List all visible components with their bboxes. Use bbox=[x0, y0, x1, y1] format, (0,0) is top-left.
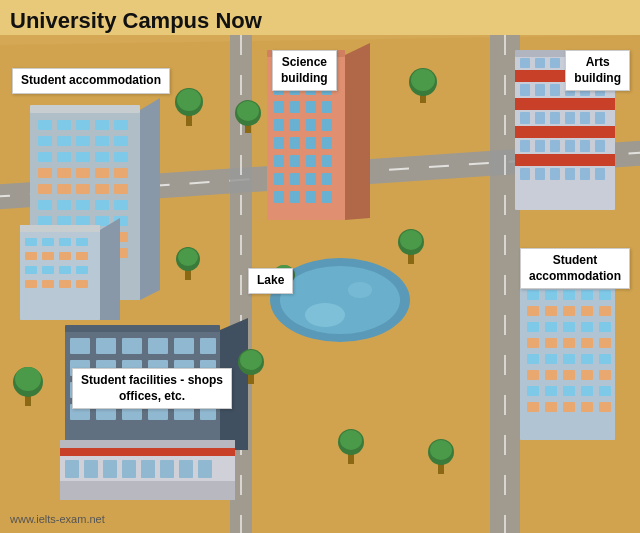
svg-rect-143 bbox=[580, 168, 590, 180]
svg-rect-117 bbox=[550, 58, 560, 68]
svg-rect-64 bbox=[76, 252, 88, 260]
svg-rect-30 bbox=[57, 184, 71, 194]
svg-rect-152 bbox=[200, 338, 216, 354]
svg-point-258 bbox=[178, 248, 198, 266]
svg-rect-220 bbox=[581, 386, 593, 396]
svg-rect-71 bbox=[59, 280, 71, 288]
svg-rect-9 bbox=[38, 120, 52, 130]
svg-rect-182 bbox=[141, 460, 155, 478]
svg-point-234 bbox=[177, 89, 201, 111]
svg-point-249 bbox=[240, 350, 262, 370]
svg-rect-116 bbox=[535, 58, 545, 68]
svg-rect-42 bbox=[95, 216, 109, 226]
svg-rect-12 bbox=[95, 120, 109, 130]
svg-rect-37 bbox=[95, 200, 109, 210]
svg-rect-101 bbox=[290, 173, 300, 185]
svg-rect-218 bbox=[545, 386, 557, 396]
svg-rect-199 bbox=[563, 322, 575, 332]
svg-rect-138 bbox=[595, 140, 605, 152]
page-title: University Campus Now bbox=[10, 8, 262, 34]
svg-rect-180 bbox=[103, 460, 117, 478]
svg-rect-105 bbox=[290, 191, 300, 203]
svg-rect-224 bbox=[563, 402, 575, 412]
svg-rect-137 bbox=[580, 140, 590, 152]
svg-rect-33 bbox=[114, 184, 128, 194]
svg-rect-193 bbox=[545, 306, 557, 316]
svg-rect-132 bbox=[595, 112, 605, 124]
svg-rect-91 bbox=[322, 119, 332, 131]
watermark: www.ielts-exam.net bbox=[10, 513, 105, 525]
svg-rect-86 bbox=[306, 101, 316, 113]
svg-rect-32 bbox=[95, 184, 109, 194]
svg-rect-22 bbox=[95, 152, 109, 162]
svg-rect-97 bbox=[290, 155, 300, 167]
svg-rect-21 bbox=[76, 152, 90, 162]
svg-rect-150 bbox=[148, 338, 168, 354]
svg-rect-129 bbox=[550, 112, 560, 124]
svg-rect-207 bbox=[527, 354, 539, 364]
svg-marker-55 bbox=[140, 98, 160, 300]
svg-rect-17 bbox=[95, 136, 109, 146]
svg-rect-122 bbox=[535, 84, 545, 96]
svg-rect-190 bbox=[581, 290, 593, 300]
svg-rect-115 bbox=[520, 58, 530, 68]
svg-rect-223 bbox=[545, 402, 557, 412]
svg-rect-136 bbox=[565, 140, 575, 152]
svg-rect-121 bbox=[520, 84, 530, 96]
svg-rect-216 bbox=[599, 370, 611, 380]
svg-rect-61 bbox=[25, 252, 37, 260]
svg-rect-34 bbox=[38, 200, 52, 210]
svg-rect-148 bbox=[96, 338, 116, 354]
svg-rect-149 bbox=[122, 338, 142, 354]
svg-rect-10 bbox=[57, 120, 71, 130]
svg-rect-113 bbox=[515, 126, 615, 138]
svg-rect-67 bbox=[59, 266, 71, 274]
svg-rect-209 bbox=[563, 354, 575, 364]
svg-point-240 bbox=[411, 69, 435, 91]
svg-rect-90 bbox=[306, 119, 316, 131]
svg-rect-127 bbox=[520, 112, 530, 124]
svg-rect-35 bbox=[57, 200, 71, 210]
svg-rect-39 bbox=[38, 216, 52, 226]
svg-rect-57 bbox=[25, 238, 37, 246]
svg-rect-98 bbox=[306, 155, 316, 167]
svg-rect-29 bbox=[38, 184, 52, 194]
label-student-accommodation-right: Studentaccommodation bbox=[520, 248, 630, 289]
svg-rect-200 bbox=[581, 322, 593, 332]
svg-rect-123 bbox=[550, 84, 560, 96]
svg-rect-135 bbox=[550, 140, 560, 152]
svg-rect-92 bbox=[274, 137, 284, 149]
svg-rect-205 bbox=[581, 338, 593, 348]
svg-rect-14 bbox=[38, 136, 52, 146]
svg-rect-87 bbox=[322, 101, 332, 113]
svg-rect-58 bbox=[42, 238, 54, 246]
svg-rect-219 bbox=[563, 386, 575, 396]
svg-point-255 bbox=[340, 430, 362, 450]
label-science-building: Sciencebuilding bbox=[272, 50, 337, 91]
svg-rect-102 bbox=[306, 173, 316, 185]
svg-rect-211 bbox=[599, 354, 611, 364]
svg-rect-84 bbox=[274, 101, 284, 113]
svg-rect-72 bbox=[76, 280, 88, 288]
svg-rect-140 bbox=[535, 168, 545, 180]
svg-rect-18 bbox=[114, 136, 128, 146]
svg-rect-214 bbox=[563, 370, 575, 380]
svg-rect-11 bbox=[76, 120, 90, 130]
svg-rect-194 bbox=[563, 306, 575, 316]
svg-rect-104 bbox=[274, 191, 284, 203]
label-student-accommodation-left: Student accommodation bbox=[12, 68, 170, 94]
svg-rect-225 bbox=[581, 402, 593, 412]
svg-rect-26 bbox=[76, 168, 90, 178]
svg-rect-188 bbox=[545, 290, 557, 300]
svg-rect-66 bbox=[42, 266, 54, 274]
svg-rect-93 bbox=[290, 137, 300, 149]
svg-rect-187 bbox=[527, 290, 539, 300]
svg-rect-31 bbox=[76, 184, 90, 194]
svg-rect-112 bbox=[515, 98, 615, 110]
svg-rect-221 bbox=[599, 386, 611, 396]
svg-rect-38 bbox=[114, 200, 128, 210]
svg-rect-54 bbox=[30, 105, 140, 113]
page-container: University Campus Now bbox=[0, 0, 640, 533]
svg-rect-139 bbox=[520, 168, 530, 180]
svg-rect-89 bbox=[290, 119, 300, 131]
